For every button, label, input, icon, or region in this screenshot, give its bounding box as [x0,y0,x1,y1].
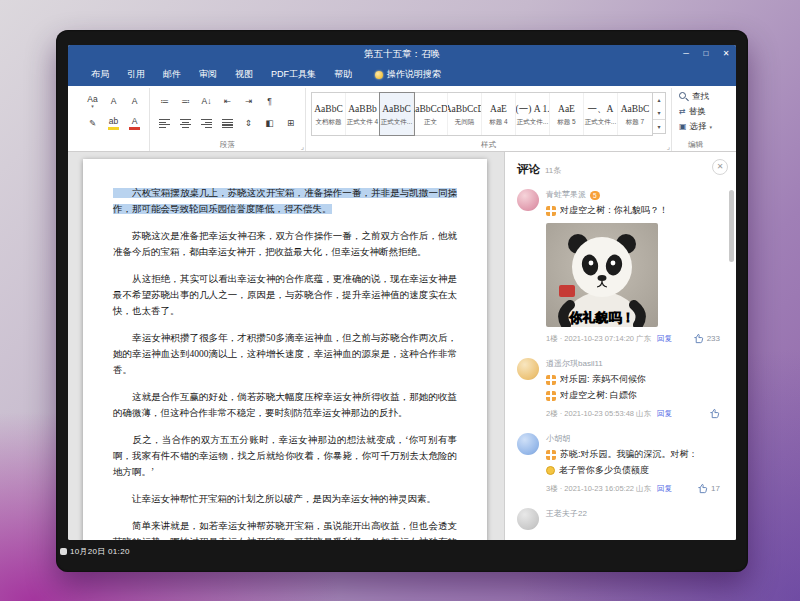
align-right-icon[interactable] [197,114,216,133]
show-marks-icon[interactable]: ¶ [260,92,279,111]
document-area: 六枚宝箱摆放桌几上，苏晓这次开宝箱，准备操作一番，并非是与凯撒一同操作，那可能会… [68,152,504,540]
gallery-down-icon[interactable]: ▾ [653,106,665,119]
style-card[interactable]: 一、A正式文件... [584,93,618,135]
like-button[interactable]: 233 [693,333,720,344]
like-button[interactable] [709,408,720,419]
chevron-down-icon: ▾ [710,124,713,130]
tab-mailings[interactable]: 邮件 [154,63,190,86]
avatar[interactable] [517,433,539,455]
decrease-indent-icon[interactable]: ⇤ [218,92,237,111]
comment-meta: 1楼 · 2021-10-23 07:14:20 广东 [546,334,651,344]
user-level-badge: 5 [590,191,600,200]
comments-scrollbar[interactable] [729,190,734,262]
thumbs-up-icon [709,408,720,419]
comment-username[interactable]: 小胡胡 [546,433,570,445]
gallery-up-icon[interactable]: ▴ [653,93,665,106]
comments-count: 11条 [545,165,561,176]
increase-indent-icon[interactable]: ⇥ [239,92,258,111]
avatar[interactable] [517,508,539,530]
paragraph-dialog-launcher-icon[interactable]: ⌟ [301,143,304,150]
select-button[interactable]: ▣选择▾ [677,119,714,134]
comment-username[interactable]: 逍遥尔琪basil11 [546,358,603,370]
replace-icon: ⇄ [679,107,686,116]
align-left-icon[interactable] [155,114,174,133]
comment-text: 对虚空之树：你礼貌吗？！ [560,204,668,217]
word-window: 第五十五章：召唤 ─ □ ✕ 布局 引用 邮件 审阅 视图 PDF工具集 帮助 … [68,45,736,540]
style-card[interactable]: AaE标题 4 [482,93,516,135]
comments-header: 评论 11条 [517,162,720,177]
format-painter-icon[interactable]: ✎ [83,114,102,133]
monitor-frame: 第五十五章：召唤 ─ □ ✕ 布局 引用 邮件 审阅 视图 PDF工具集 帮助 … [56,30,748,572]
comments-title: 评论 [517,162,540,177]
bullet-list-icon[interactable]: ≔ [155,92,174,111]
reply-button[interactable]: 回复 [657,334,672,344]
tab-layout[interactable]: 布局 [82,63,118,86]
style-card[interactable]: (一) A 1.正式文件... [516,93,550,135]
lightbulb-icon [375,71,383,79]
comment-text: 对虚空之树: 白嫖你 [560,389,637,402]
text-effects-button[interactable]: A [104,92,123,111]
paragraph: 六枚宝箱摆放桌几上，苏晓这次开宝箱，准备操作一番，并非是与凯撒一同操作，那可能会… [113,185,457,217]
maximize-icon[interactable]: □ [696,45,716,63]
highlight-color-button[interactable]: ab [104,114,123,133]
style-card[interactable]: AaBbC标题 7 [618,93,652,135]
comment-item: 青蛙苹果派 5 对虚空之树：你礼貌吗？！ [517,189,720,344]
panda-meme-image[interactable]: 你礼貌吗！ [546,223,658,327]
style-card[interactable]: AaE标题 5 [550,93,584,135]
minimize-icon[interactable]: ─ [676,45,696,63]
reply-button[interactable]: 回复 [657,484,672,494]
panel-close-icon[interactable]: ✕ [712,159,728,175]
styles-dialog-launcher-icon[interactable]: ⌟ [667,143,670,150]
meme-caption: 你礼貌吗！ [569,310,635,325]
character-border-button[interactable]: A [125,92,144,111]
comment-username[interactable]: 王老夫子22 [546,508,587,520]
reply-button[interactable]: 回复 [657,409,672,419]
comment-item: 逍遥尔琪basil11 对乐园: 亲妈不伺候你 对虚空之树: 白嫖你 2楼 · … [517,358,720,419]
like-button[interactable]: 17 [697,483,720,494]
style-card[interactable]: AaBbCcD无间隔 [448,93,482,135]
tab-pdf-tools[interactable]: PDF工具集 [262,63,325,86]
style-card[interactable]: AaBbCcDd正文 [414,93,448,135]
close-icon[interactable]: ✕ [716,45,736,63]
gallery-more-icon[interactable]: ▾ [653,119,665,133]
numbered-list-icon[interactable]: ≕ [176,92,195,111]
comments-panel: 评论 11条 ✕ 青蛙苹果派 5 对虚空之树：你礼貌吗？！ [504,152,736,540]
replace-button[interactable]: ⇄替换 [677,104,714,119]
line-spacing-icon[interactable]: ⇕ [239,114,258,133]
comment-text: 苏晓:对乐园。我骗的深沉。对树： [560,448,698,461]
paragraph: 让幸运女神帮忙开宝箱的计划之所以破产，是因为幸运女神的神灵因素。 [113,491,457,507]
gift-icon [546,206,556,216]
align-center-icon[interactable] [176,114,195,133]
comment-item: 小胡胡 苏晓:对乐园。我骗的深沉。对树： 老子管你多少负债额度 3楼 · 202… [517,433,720,494]
style-card[interactable]: AaBbC文档标题 [312,93,346,135]
shading-icon[interactable]: ◧ [260,114,279,133]
comment-text: 对乐园: 亲妈不伺候你 [560,373,646,386]
tab-help[interactable]: 帮助 [325,63,361,86]
find-button[interactable]: 查找 [677,89,714,104]
thumbs-up-icon [693,333,704,344]
paragraph: 苏晓这次是准备把幸运女神召来，双方合作操作一番，之前双方合作后，他就准备今后的宝… [113,228,457,260]
borders-icon[interactable]: ⊞ [281,114,300,133]
paragraph: 这就是合作互赢的好处，倘若苏晓大幅度压榨幸运女神所得收益，那她的收益的确微薄，但… [113,389,457,421]
paragraph: 从这拒绝，其实可以看出幸运女神的合作底蕴，更准确的说，现在幸运女神是最不希望苏晓… [113,271,457,319]
comment-username[interactable]: 青蛙苹果派 [546,189,586,201]
tab-review[interactable]: 审阅 [190,63,226,86]
justify-icon[interactable] [218,114,237,133]
tab-view[interactable]: 视图 [226,63,262,86]
paragraph: 反之，当合作的双方五五分账时，幸运女神那边的想法就变成，‘你可别有事啊，我家有件… [113,432,457,480]
avatar[interactable] [517,358,539,380]
font-color-button[interactable]: A [125,114,144,133]
tab-references[interactable]: 引用 [118,63,154,86]
document-page[interactable]: 六枚宝箱摆放桌几上，苏晓这次开宝箱，准备操作一番，并非是与凯撒一同操作，那可能会… [83,159,487,540]
tell-me-search[interactable]: 操作说明搜索 [375,68,441,81]
paragraph-group-label: 段落 [155,138,300,151]
editing-group: 查找 ⇄替换 ▣选择▾ 编辑 [672,88,719,151]
like-count: 17 [711,484,720,493]
avatar[interactable] [517,189,539,211]
paragraph: 幸运女神积攒了很多年，才积攒50多滴幸运神血，但之前与苏晓合作两次后，她的幸运神… [113,330,457,378]
sort-icon[interactable]: A↓ [197,92,216,111]
style-card[interactable]: AaBBb正式文件 4 [346,93,380,135]
style-card-selected[interactable]: AaBbC正式文件... [380,93,414,135]
change-case-button[interactable]: Aa▾ [83,92,102,111]
comment-meta: 3楼 · 2021-10-23 16:05:22 山东 [546,484,651,494]
